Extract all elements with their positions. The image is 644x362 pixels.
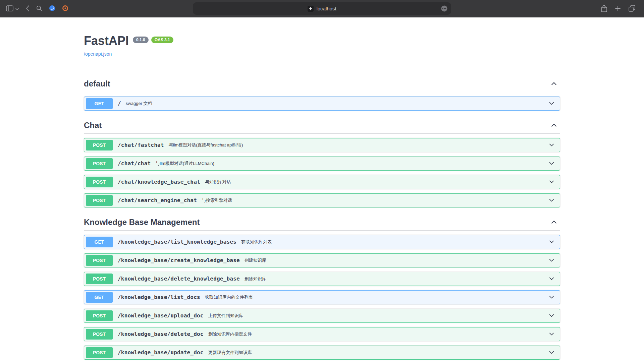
address-bar[interactable]: localhost xyxy=(193,2,451,15)
operation-row[interactable]: POST /chat/fastchat 与llm模型对话(直接与fastchat… xyxy=(84,138,560,152)
operation-row[interactable]: POST /knowledge_base/delete_doc 删除知识库内指定… xyxy=(84,327,560,341)
swagger-ui: FastAPI 0.1.0 OAS 3.1 /openapi.json defa… xyxy=(84,17,560,362)
operation-path: / xyxy=(118,100,121,107)
operation-list: POST /chat/fastchat 与llm模型对话(直接与fastchat… xyxy=(84,134,560,207)
method-badge: POST xyxy=(86,140,113,150)
search-button[interactable] xyxy=(36,5,42,12)
section-header[interactable]: default xyxy=(84,77,560,92)
url-text: localhost xyxy=(316,6,336,11)
chevron-down-icon xyxy=(548,179,555,185)
version-badge: 0.1.0 xyxy=(133,37,149,43)
api-section: Knowledge Base Management GET /knowledge… xyxy=(84,216,560,362)
operation-path: /knowledge_base/delete_doc xyxy=(118,331,204,337)
operation-path: /knowledge_base/delete_knowledge_base xyxy=(118,276,240,282)
chevron-down-icon xyxy=(15,6,19,11)
operation-path: /chat/search_engine_chat xyxy=(118,197,197,203)
chevron-down-icon xyxy=(548,100,555,107)
share-icon xyxy=(601,5,607,13)
operation-row[interactable]: POST /chat/chat 与llm模型对话(通过LLMChain) xyxy=(84,157,560,171)
operation-summary: 与llm模型对话(通过LLMChain) xyxy=(155,161,214,167)
operation-row[interactable]: GET / swagger 文档 xyxy=(84,97,560,111)
chevron-up-icon xyxy=(550,219,557,226)
operation-path: /chat/fastchat xyxy=(118,142,164,148)
api-info: FastAPI 0.1.0 OAS 3.1 /openapi.json xyxy=(84,34,560,57)
method-badge: POST xyxy=(86,274,113,284)
method-badge: POST xyxy=(86,158,113,169)
extension-blue-button[interactable] xyxy=(49,5,55,12)
chevron-down-icon xyxy=(548,197,555,203)
operation-row[interactable]: POST /chat/search_engine_chat 与搜索引擎对话 xyxy=(84,193,560,207)
section-title: Knowledge Base Management xyxy=(84,218,200,227)
operation-summary: 获取知识库列表 xyxy=(241,239,272,245)
operation-row[interactable]: POST /chat/knowledge_base_chat 与知识库对话 xyxy=(84,175,560,189)
sidebar-toggle-button[interactable] xyxy=(6,5,13,12)
oas-badge: OAS 3.1 xyxy=(151,37,173,43)
operation-path: /knowledge_base/upload_doc xyxy=(118,312,204,319)
operation-summary: swagger 文档 xyxy=(126,101,152,107)
operation-path: /knowledge_base/create_knowledge_base xyxy=(118,257,240,263)
chevron-down-icon xyxy=(548,331,555,337)
method-badge: GET xyxy=(86,292,113,303)
chevron-down-icon xyxy=(548,276,555,282)
operation-summary: 更新现有文件到知识库 xyxy=(208,350,252,356)
api-section: default GET / swagger 文档 xyxy=(84,77,560,111)
operation-row[interactable]: POST /knowledge_base/upload_doc 上传文件到知识库 xyxy=(84,309,560,323)
operation-list: GET /knowledge_base/list_knowledge_bases… xyxy=(84,231,560,362)
sidebar-toggle-icon xyxy=(6,5,13,12)
method-badge: POST xyxy=(86,310,113,321)
operation-summary: 与搜索引擎对话 xyxy=(202,197,232,203)
share-button[interactable] xyxy=(601,5,607,13)
operation-summary: 删除知识库 xyxy=(245,276,266,282)
tab-overview-icon xyxy=(629,5,635,13)
operation-row[interactable]: GET /knowledge_base/list_knowledge_bases… xyxy=(84,235,560,249)
operations-container: default GET / swagger 文档 Chat POST /chat… xyxy=(84,77,560,362)
method-badge: GET xyxy=(86,98,113,109)
operation-summary: 与llm模型对话(直接与fastchat api对话) xyxy=(169,142,243,148)
operation-path: /chat/knowledge_base_chat xyxy=(118,179,200,185)
extension-orange-icon xyxy=(62,5,68,12)
operation-summary: 删除知识库内指定文件 xyxy=(208,331,252,337)
tab-overview-button[interactable] xyxy=(629,5,635,13)
chevron-up-icon xyxy=(550,80,557,87)
sidebar-menu-button[interactable] xyxy=(15,6,19,11)
api-section: Chat POST /chat/fastchat 与llm模型对话(直接与fas… xyxy=(84,119,560,207)
extension-blue-icon xyxy=(49,5,55,12)
chevron-down-icon xyxy=(548,294,555,300)
back-button[interactable] xyxy=(25,5,30,13)
operation-list: GET / swagger 文档 xyxy=(84,92,560,111)
section-header[interactable]: Knowledge Base Management xyxy=(84,216,560,231)
operation-summary: 创建知识库 xyxy=(245,257,266,263)
operation-summary: 获取知识库内的文件列表 xyxy=(205,294,253,300)
operation-summary: 与知识库对话 xyxy=(205,179,231,185)
section-header[interactable]: Chat xyxy=(84,119,560,134)
new-tab-button[interactable] xyxy=(615,6,621,12)
extension-orange-button[interactable] xyxy=(62,5,68,12)
section-title: Chat xyxy=(84,121,102,130)
browser-toolbar: localhost xyxy=(0,0,644,17)
chevron-down-icon xyxy=(548,312,555,319)
search-icon xyxy=(36,5,42,12)
chevron-down-icon xyxy=(548,239,555,245)
plus-icon xyxy=(615,6,621,12)
method-badge: POST xyxy=(86,177,113,187)
chevron-down-icon xyxy=(548,349,555,356)
method-badge: POST xyxy=(86,255,113,266)
operation-row[interactable]: POST /knowledge_base/delete_knowledge_ba… xyxy=(84,272,560,286)
operation-row[interactable]: GET /knowledge_base/list_docs 获取知识库内的文件列… xyxy=(84,290,560,304)
chevron-up-icon xyxy=(550,122,557,129)
operation-summary: 上传文件到知识库 xyxy=(208,313,243,319)
operation-row[interactable]: POST /knowledge_base/update_doc 更新现有文件到知… xyxy=(84,346,560,360)
operation-path: /knowledge_base/list_knowledge_bases xyxy=(118,239,236,245)
chevron-down-icon xyxy=(548,257,555,263)
openapi-spec-link[interactable]: /openapi.json xyxy=(84,51,112,57)
operation-path: /knowledge_base/list_docs xyxy=(118,294,200,300)
operation-path: /chat/chat xyxy=(118,160,151,167)
site-favicon xyxy=(308,6,314,12)
method-badge: POST xyxy=(86,195,113,206)
operation-path: /knowledge_base/update_doc xyxy=(118,349,204,356)
page-options-icon[interactable] xyxy=(441,5,448,12)
chevron-left-icon xyxy=(25,5,30,13)
operation-row[interactable]: POST /knowledge_base/create_knowledge_ba… xyxy=(84,253,560,267)
method-badge: POST xyxy=(86,347,113,358)
page-title: FastAPI xyxy=(84,34,129,48)
